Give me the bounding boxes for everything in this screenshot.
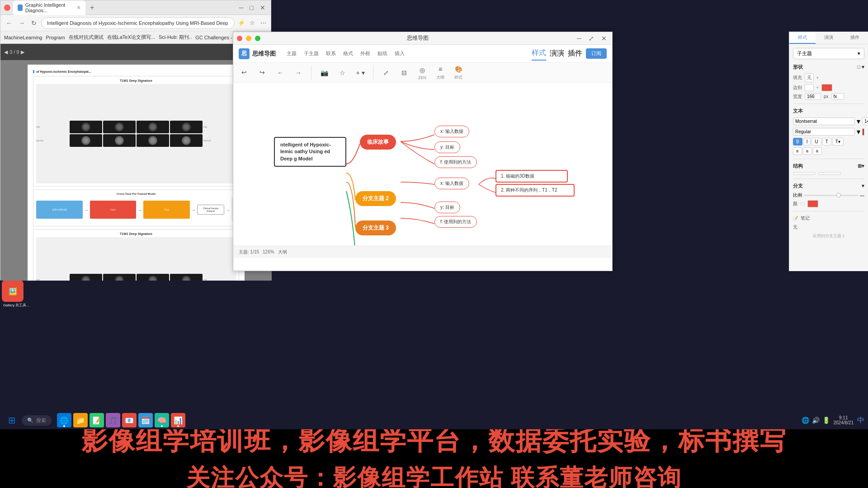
bold-button[interactable]: B — [793, 138, 802, 145]
mindmap-plugin-tab[interactable]: 插件 — [568, 47, 582, 60]
toolbar-forward[interactable]: → — [293, 68, 304, 77]
chinese-ime-icon[interactable]: 中 — [857, 416, 864, 425]
toolbar-outline[interactable]: ≡ 大纲 — [435, 65, 446, 80]
tab-close-button[interactable]: ✕ — [76, 5, 81, 11]
node-sub-input1[interactable]: x: 输入数据 — [434, 126, 469, 137]
node-sub-target2[interactable]: y: 目标 — [434, 202, 460, 213]
taskbar-app-browser[interactable]: 🌐 — [57, 413, 71, 427]
toolbar-redo[interactable]: ↪ — [257, 68, 268, 78]
toolbar-style[interactable]: 🎨 样式 — [453, 65, 464, 80]
toolbar-add[interactable]: + ▾ — [355, 68, 366, 77]
node-branch-3[interactable]: 分支主题 3 — [355, 221, 396, 235]
rp-tab-plugin[interactable]: 插件 — [842, 32, 868, 44]
mindmap-fullscreen-btn[interactable]: ⤢ — [587, 33, 596, 44]
pdf-prev-button[interactable]: ◀ — [4, 49, 8, 55]
taskbar-app-ppt[interactable]: 📊 — [171, 413, 185, 427]
forward-button[interactable]: → — [17, 19, 27, 28]
node-sub-method1[interactable]: f: 使用到的方法 — [434, 156, 477, 168]
minimize-button[interactable]: ─ — [237, 3, 245, 12]
taskbar-search-bar[interactable]: 🔍 搜索 — [22, 415, 52, 426]
mindmap-tab-format[interactable]: 格式 — [343, 48, 353, 59]
address-bar[interactable] — [41, 17, 235, 29]
taskbar-app-notepad[interactable]: 📝 — [90, 413, 104, 427]
toolbar-star[interactable]: ☆ — [337, 68, 348, 77]
fill-select[interactable]: 无 — [805, 73, 814, 82]
refresh-button[interactable]: ↻ — [29, 19, 38, 28]
border-color-box[interactable] — [821, 84, 832, 91]
win-minimize-button[interactable] — [246, 36, 251, 41]
node-branch-1[interactable]: 临床故事 — [360, 135, 396, 150]
border-preview[interactable] — [805, 84, 814, 91]
toolbar-undo[interactable]: ↩ — [239, 68, 250, 78]
align-right-button[interactable]: ≡ — [813, 147, 822, 155]
strikethrough-button[interactable]: T — [822, 138, 831, 145]
toolbar-zen[interactable]: ◎ ZEN — [417, 66, 428, 80]
star-icon[interactable]: ☆ — [248, 19, 256, 27]
color-picker[interactable] — [807, 200, 818, 207]
dist-slider[interactable] — [804, 195, 858, 196]
bookmark-machinelearning[interactable]: MachineLearning — [4, 35, 42, 40]
toolbar-fullscreen[interactable]: ⤢ — [381, 68, 392, 77]
bookmark-online-test[interactable]: 在线对抗式测试 — [69, 34, 104, 41]
underline-button[interactable]: U — [811, 138, 821, 145]
node-sub-input2[interactable]: x: 输入数据 — [434, 178, 469, 189]
node-detail1[interactable]: 1. 核磁的3D数据 — [495, 170, 568, 183]
weight-input[interactable] — [793, 128, 855, 136]
side-app-icon-2[interactable]: 🖼️ — [2, 280, 24, 302]
menu-icon[interactable]: ⋯ — [259, 19, 267, 27]
bookmark-scihub[interactable]: Sci-Hub: 期刊.. — [159, 34, 192, 41]
taskbar-app-media[interactable]: 🎵 — [106, 413, 120, 427]
bookmark-latex[interactable]: 在线LaTeX论文撰写... — [107, 34, 155, 41]
toolbar-back[interactable]: ← — [275, 68, 286, 77]
width-input[interactable] — [805, 93, 821, 100]
close-button[interactable]: ✕ — [258, 3, 267, 12]
taskbar-app-mindmap[interactable]: 🧠 — [155, 413, 169, 427]
mindmap-tab-main[interactable]: 主题 — [287, 48, 297, 59]
extension-icon[interactable]: ⚡ — [237, 19, 245, 27]
mindmap-tab-connect[interactable]: 联系 — [326, 48, 336, 59]
taskbar-clock[interactable]: 9:11 2024/8/21 — [834, 415, 854, 425]
structure-select-l[interactable] — [793, 172, 816, 175]
mindmap-tab-insert[interactable]: 插入 — [395, 48, 405, 59]
mindmap-subscribe-btn[interactable]: 订阅 — [586, 48, 607, 59]
network-icon[interactable]: 🌐 — [802, 417, 809, 424]
new-tab-button[interactable]: + — [90, 4, 94, 12]
browser-tab-active[interactable]: Graphic Intelligent Diagnos... ✕ — [13, 0, 85, 15]
win-maximize-button[interactable] — [255, 36, 260, 41]
mindmap-style-tab[interactable]: 样式 — [532, 47, 546, 61]
pdf-next-button[interactable]: ▶ — [21, 49, 24, 55]
browser-close-button[interactable] — [4, 5, 10, 11]
node-detail2[interactable]: 2. 两种不同的序列，T1，T2 — [495, 184, 575, 197]
node-central[interactable]: ntelligent of Hypoxic- Iemic oathy Using… — [274, 137, 346, 167]
speaker-icon[interactable]: 🔊 — [812, 417, 820, 424]
mindmap-tab-frame[interactable]: 外框 — [360, 48, 370, 59]
rp-tab-preview[interactable]: 演演 — [816, 32, 842, 44]
node-sub-target1[interactable]: y: 目标 — [434, 141, 460, 153]
battery-icon[interactable]: 🔋 — [822, 417, 830, 424]
pdf-content[interactable]: of Hypoxic-Ischemic Encephalopat... T1W1… — [0, 60, 272, 281]
mindmap-tab-sticker[interactable]: 贴纸 — [377, 48, 387, 59]
mindmap-close-btn[interactable]: ✕ — [599, 33, 609, 44]
back-button[interactable]: ← — [4, 19, 14, 28]
font-input[interactable] — [793, 117, 855, 125]
italic-button[interactable]: I — [803, 138, 811, 145]
mindmap-preview-tab[interactable]: 演演 — [550, 47, 564, 60]
mindmap-canvas[interactable]: ntelligent of Hypoxic- Iemic oathy Using… — [233, 83, 612, 258]
taskbar-app-calendar[interactable]: 🗓️ — [138, 413, 153, 427]
apply-all-btn[interactable]: 应用到分支主题 1 — [793, 233, 864, 239]
toolbar-split[interactable]: ⊟ — [399, 68, 410, 77]
node-sub-method2[interactable]: f: 使用到的方法 — [434, 216, 477, 228]
font-size-input[interactable] — [862, 117, 868, 125]
toolbar-screenshot[interactable]: 📷 — [319, 68, 330, 77]
color-select[interactable] — [800, 202, 805, 205]
rp-tab-style[interactable]: 样式 — [789, 32, 816, 44]
height-input[interactable] — [831, 93, 844, 100]
structure-select-r[interactable] — [818, 172, 841, 175]
align-left-button[interactable]: ≡ — [793, 147, 802, 155]
start-button[interactable]: ⊞ — [4, 412, 20, 428]
node-branch-2[interactable]: 分支主题 2 — [355, 191, 396, 206]
text-color-box[interactable] — [862, 128, 864, 136]
win-close-button[interactable] — [237, 36, 242, 41]
taskbar-app-file[interactable]: 📁 — [73, 413, 88, 427]
align-center-button[interactable]: ≡ — [803, 147, 812, 155]
